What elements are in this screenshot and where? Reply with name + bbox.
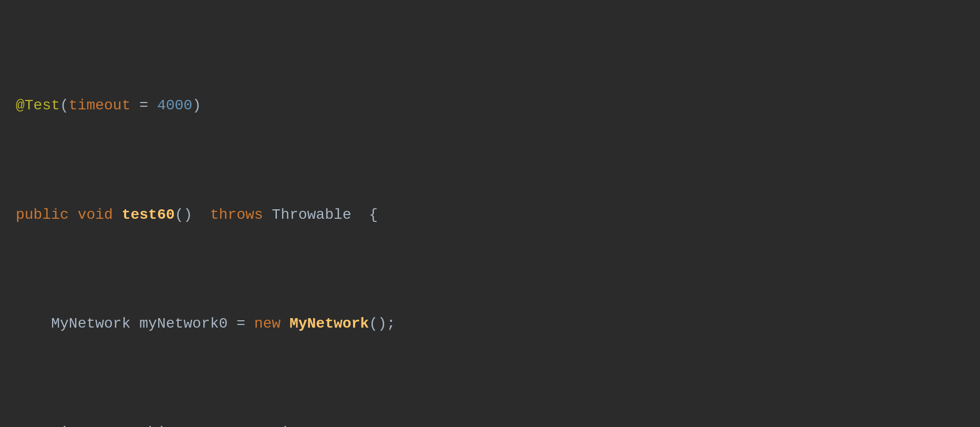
method-test60: test60: [122, 207, 175, 223]
paren-open-1: (: [60, 97, 69, 114]
throws-kw-1: throws: [210, 207, 263, 223]
paren-close-1: ): [192, 97, 201, 114]
open-brace-1: {: [369, 207, 378, 223]
line-mynetwork0-init: MyNetwork myNetwork0 = new MyNetwork();: [16, 310, 964, 338]
mynetwork-constructor: MyNetwork: [290, 316, 369, 332]
space-mn2: [281, 316, 290, 332]
space-1: [69, 207, 78, 223]
equals-1: =: [130, 97, 157, 114]
throwable-1: Throwable: [263, 207, 369, 223]
line-method-sig-1: public void test60() throws Throwable {: [16, 201, 964, 229]
public-kw-1: public: [16, 207, 69, 223]
line-annotation-1: @Test(timeout = 4000): [16, 92, 964, 119]
mynetwork-class: MyNetwork: [51, 316, 130, 332]
line-biginteger-init: BigInteger bigInteger0 = BigInteger.TEN;: [16, 419, 964, 427]
space-mn: myNetwork0 =: [130, 316, 254, 332]
annotation-test-1: @Test: [16, 97, 60, 114]
new-kw-1: new: [254, 316, 281, 332]
parens-1: (): [175, 207, 210, 223]
indent-2: [16, 424, 51, 427]
semi-bi: ;: [396, 424, 405, 427]
timeout-value-1: 4000: [157, 97, 192, 114]
ten-field: TEN: [369, 424, 395, 427]
void-kw-1: void: [78, 207, 113, 223]
biginteger-class: BigInteger: [51, 424, 139, 427]
indent-1: [16, 316, 51, 332]
code-editor: @Test(timeout = 4000) public void test60…: [16, 11, 964, 427]
space-bi: bigInteger0 = BigInteger.: [139, 424, 369, 427]
timeout-keyword-1: timeout: [69, 97, 131, 114]
parens-mn: ();: [369, 316, 395, 332]
space-2: [113, 207, 122, 223]
